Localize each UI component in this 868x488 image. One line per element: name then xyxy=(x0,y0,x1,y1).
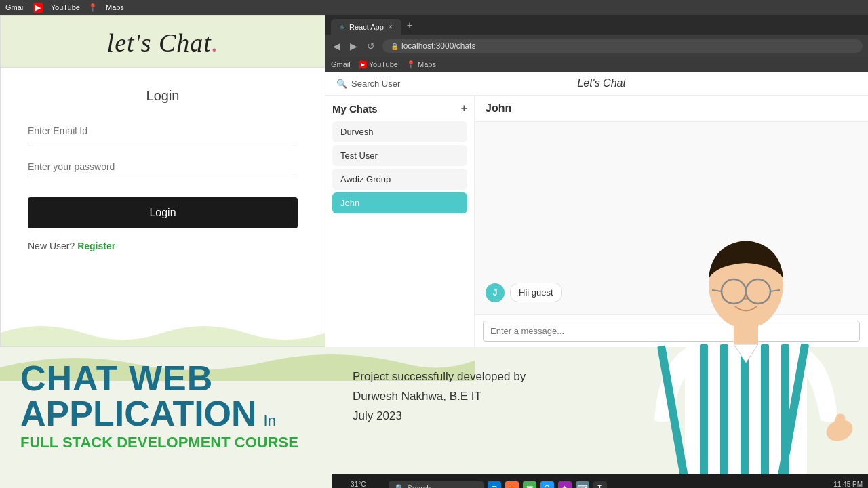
browser-bookmarks: Gmail ▶ YouTube 📍 Maps xyxy=(326,57,868,72)
gmail-link[interactable]: Gmail xyxy=(5,3,25,12)
login-title: Login xyxy=(146,88,180,104)
taskbar-icon-7[interactable]: T xyxy=(593,481,607,488)
youtube-icon: ▶ xyxy=(33,3,43,13)
taskbar-search-icon: 🔍 xyxy=(395,484,405,489)
application-row: APPLICATION In xyxy=(20,396,326,431)
taskbar-time: 11:45 PM 7/22/2023 xyxy=(833,481,863,488)
taskbar: 31°C Mostly cloudy 🔍 Search ⊞ 🦊 ▣ C ✦ ⌨ … xyxy=(332,474,868,488)
svg-rect-4 xyxy=(720,344,728,488)
login-form: Login Login New User? Register xyxy=(1,68,325,265)
my-chats-title: My Chats xyxy=(332,103,378,115)
logo-dot: . xyxy=(212,28,219,57)
app-header-title: Let's Chat xyxy=(577,77,626,89)
bookmark-maps[interactable]: 📍 Maps xyxy=(406,60,436,69)
taskbar-icon-6[interactable]: ⌨ xyxy=(576,481,589,488)
search-icon: 🔍 xyxy=(336,79,347,89)
url-text: localhost:3000/chats xyxy=(401,41,475,51)
new-tab-icon[interactable]: + xyxy=(404,20,415,30)
login-button[interactable]: Login xyxy=(28,197,298,228)
add-chat-button[interactable]: + xyxy=(461,102,467,115)
chat-item-durvesh[interactable]: Durvesh xyxy=(332,121,467,142)
tab-label: React App xyxy=(349,23,384,31)
search-user-label: Search User xyxy=(351,79,400,89)
message-bubble: Hii guest xyxy=(510,283,562,302)
register-link[interactable]: Register xyxy=(77,241,115,251)
logo-area: let's Chat. xyxy=(1,16,325,68)
maps-link[interactable]: Maps xyxy=(106,3,124,12)
taskbar-icon-3[interactable]: ▣ xyxy=(523,481,536,488)
forward-button[interactable]: ▶ xyxy=(348,41,359,52)
taskbar-icon-5[interactable]: ✦ xyxy=(558,481,572,488)
chat-item-awdiz[interactable]: Awdiz Group xyxy=(332,169,467,190)
login-panel: let's Chat. Login Login New User? Regist… xyxy=(0,15,326,347)
svg-rect-3 xyxy=(700,344,708,488)
bookmark-youtube[interactable]: ▶ YouTube xyxy=(359,60,398,68)
search-user-button[interactable]: 🔍 Search User xyxy=(336,79,400,89)
password-input[interactable] xyxy=(28,156,298,178)
address-bar[interactable]: 🔒 localhost:3000/chats xyxy=(382,39,863,53)
svg-rect-6 xyxy=(761,344,769,488)
taskbar-search[interactable]: 🔍 Search xyxy=(389,481,484,489)
message-avatar: J xyxy=(486,283,505,302)
lock-icon: 🔒 xyxy=(391,43,399,50)
chat-item-john[interactable]: John xyxy=(332,192,467,214)
taskbar-weather: 31°C Mostly cloudy xyxy=(338,481,379,488)
chat-list-header: My Chats + xyxy=(332,102,467,115)
bottom-section: CHAT WEB APPLICATION In FULL STACK DEVEL… xyxy=(0,347,868,488)
back-button[interactable]: ◀ xyxy=(331,41,342,52)
chat-item-testuser[interactable]: Test User xyxy=(332,145,467,166)
application-text: APPLICATION xyxy=(20,396,257,431)
reload-button[interactable]: ↺ xyxy=(365,41,377,52)
chat-contact-name: John xyxy=(475,96,868,122)
browser-topbar: Gmail ▶ YouTube 📍 Maps xyxy=(0,0,868,15)
wave-divider xyxy=(1,319,325,346)
fullstack-text: FULL STACK DEVELOPMENT COURSE xyxy=(20,434,326,451)
chat-web-text: CHAT WEB xyxy=(20,361,326,396)
app-logo: let's Chat. xyxy=(1,28,325,58)
taskbar-icon-1[interactable]: ⊞ xyxy=(488,481,501,488)
svg-rect-5 xyxy=(741,344,749,488)
active-tab[interactable]: ⚛ React App ✕ xyxy=(331,19,401,35)
bookmark-gmail[interactable]: Gmail xyxy=(331,60,351,68)
maps-icon: 📍 xyxy=(88,3,98,12)
in-text: In xyxy=(264,412,276,430)
browser-navbar: ◀ ▶ ↺ 🔒 localhost:3000/chats xyxy=(326,35,868,57)
taskbar-icon-4[interactable]: C xyxy=(540,481,554,488)
bottom-left: CHAT WEB APPLICATION In FULL STACK DEVEL… xyxy=(20,361,326,451)
browser-tabs: ⚛ React App ✕ + xyxy=(326,15,868,35)
youtube-link[interactable]: YouTube xyxy=(51,3,80,12)
new-user-text: New User? Register xyxy=(28,241,115,251)
email-input[interactable] xyxy=(28,120,298,142)
taskbar-icon-2[interactable]: 🦊 xyxy=(505,481,519,488)
app-header: 🔍 Search User Let's Chat xyxy=(326,72,868,96)
yt-bookmark-icon: ▶ xyxy=(359,61,367,68)
svg-rect-1 xyxy=(734,325,758,346)
chat-list: My Chats + Durvesh Test User Awdiz Group… xyxy=(326,96,475,347)
person-image xyxy=(624,230,868,488)
tab-close-icon[interactable]: ✕ xyxy=(388,24,393,30)
